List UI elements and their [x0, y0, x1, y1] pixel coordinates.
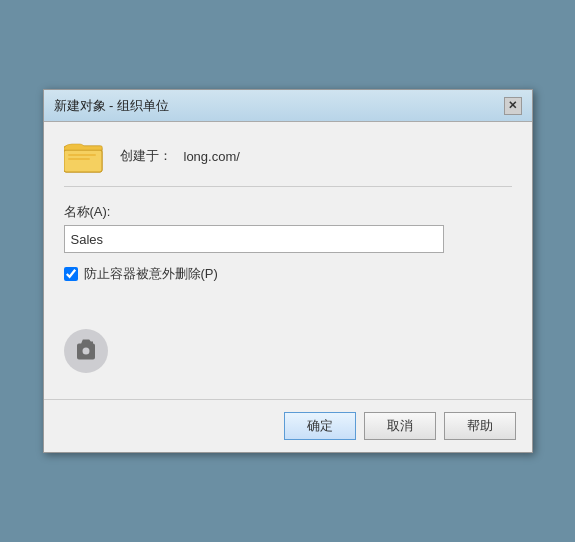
svg-rect-1 — [64, 150, 102, 172]
dialog-footer: 确定 取消 帮助 — [44, 399, 532, 452]
header-row: 创建于： long.com/ — [64, 138, 512, 187]
new-object-dialog: 新建对象 - 组织单位 ✕ 创建于： long.com/ 名称(A): — [43, 89, 533, 453]
close-button[interactable]: ✕ — [504, 97, 522, 115]
dialog-title: 新建对象 - 组织单位 — [54, 97, 170, 115]
name-form-group: 名称(A): — [64, 203, 512, 253]
svg-rect-3 — [68, 158, 90, 160]
name-input[interactable] — [64, 225, 444, 253]
title-bar: 新建对象 - 组织单位 ✕ — [44, 90, 532, 122]
prevent-deletion-label[interactable]: 防止容器被意外删除(P) — [84, 265, 218, 283]
created-at-value: long.com/ — [184, 149, 240, 164]
dialog-content-area: 名称(A): 防止容器被意外删除(P) — [64, 203, 512, 383]
checkbox-row: 防止容器被意外删除(P) — [64, 265, 512, 283]
prevent-deletion-checkbox[interactable] — [64, 267, 78, 281]
dialog-body: 创建于： long.com/ 名称(A): 防止容器被意外删除(P) — [44, 122, 532, 399]
confirm-button[interactable]: 确定 — [284, 412, 356, 440]
name-label: 名称(A): — [64, 203, 512, 221]
help-button[interactable]: 帮助 — [444, 412, 516, 440]
svg-rect-2 — [68, 154, 96, 156]
camera-icon — [74, 339, 98, 363]
camera-icon-circle — [64, 329, 108, 373]
created-at-label: 创建于： — [120, 147, 172, 165]
cancel-button[interactable]: 取消 — [364, 412, 436, 440]
folder-icon — [64, 138, 104, 174]
